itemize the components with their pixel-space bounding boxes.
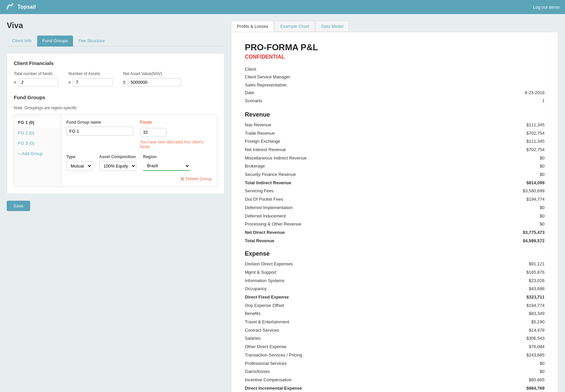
delete-group-button[interactable]: 🗑 Delete Group [66, 176, 212, 181]
report-line: Trade Revenue$702,754 [245, 129, 545, 138]
report-line: Direct Fixed Expense$323,711 [245, 293, 545, 302]
csm-value [518, 73, 545, 81]
save-button[interactable]: Save [7, 201, 30, 211]
report-line: Other Direct Expense$76,084 [245, 343, 545, 351]
date-label: Date: [245, 89, 255, 96]
num-assets-label: Number of Assets [68, 71, 113, 76]
report-line: Security Finance Revenue$0 [245, 171, 545, 179]
report-line: Salaries$306,543 [245, 334, 545, 343]
composition-label: Asset Composition [99, 154, 136, 159]
client-financials-title: Client Financials [14, 60, 217, 66]
report-card: PRO-FORMA P&L CONFIDENTIAL Client: Clien… [231, 32, 558, 392]
client-label: Client: [245, 65, 257, 73]
main-layout: Viva Client Info Fund Groups Fee Structu… [0, 14, 565, 392]
tab-profits-losses[interactable]: Profits & Losses [231, 21, 274, 32]
report-line: Direct Incremental Expense$984,769 [245, 384, 545, 392]
fund-list: FG 1 (0) FG 2 (0) FG 3 (0) + Add Group [14, 115, 61, 187]
page-title: Viva [7, 21, 224, 30]
fund-detail: Fund Group name Funds You have over-allo… [61, 115, 217, 187]
revenue-title: Revenue [245, 111, 545, 118]
composition-field: Asset Composition 100% Equity 100% Fixed… [99, 154, 136, 171]
tab-fund-groups[interactable]: Fund Groups [37, 36, 73, 47]
report-meta: Client: Client Service Manager: Sales Re… [245, 65, 545, 105]
total-funds-input[interactable] [18, 78, 58, 86]
type-field: Type Mutual ETF Other [66, 154, 92, 171]
left-tabs: Client Info Fund Groups Fee Structure [7, 36, 224, 47]
report-line: Processing & Other Revenue$0 [245, 220, 545, 228]
app-logo: Topsail [5, 2, 36, 12]
fund-list-item-1[interactable]: FG 1 (0) [14, 117, 61, 128]
report-line: Travel & Entertainment$5,190 [245, 318, 545, 326]
logo-icon [5, 2, 15, 12]
report-line: Professional Services$0 [245, 360, 545, 368]
nav-input[interactable] [128, 78, 181, 86]
nav-prefix: $ [123, 80, 125, 85]
app-name: Topsail [17, 4, 36, 10]
report-line: Total Revenue$4,589,572 [245, 237, 545, 245]
report-line: Nav Revenue$111,345 [245, 121, 545, 129]
total-funds-label: Total number of funds [14, 71, 58, 76]
scenario-label: Scenario: [245, 97, 263, 105]
report-line: Servicing Fees$3,580,699 [245, 187, 545, 195]
report-line: Contract Services$14,478 [245, 326, 545, 335]
csm-label: Client Service Manager: [245, 73, 291, 81]
report-line: Occupancy$43,688 [245, 285, 545, 293]
report-line: Deferred Implementation$0 [245, 204, 545, 212]
funds-field: Funds You have over-allocated this clien… [140, 120, 212, 149]
report-line: Net Interest Revenue$702,754 [245, 146, 545, 154]
composition-select[interactable]: 100% Equity 100% Fixed Mixed [99, 161, 136, 171]
main-card: Client Financials Total number of funds … [7, 53, 224, 194]
right-tabs: Profits & Losses Example Chart Data Mode… [231, 21, 558, 32]
nav-field: Net Asset Value(NAV) $ [123, 71, 181, 86]
type-label: Type [66, 154, 92, 159]
region-field: Region Brazil US Europe Asia [143, 154, 190, 171]
funds-error: You have over-allocated this client's fu… [140, 140, 212, 149]
tab-example-chart[interactable]: Example Chart [275, 21, 315, 32]
report-line: Out Of Pocket Fees$194,774 [245, 195, 545, 204]
report-line: Total Indirect Revenue$814,099 [245, 179, 545, 187]
fund-list-item-3[interactable]: FG 3 (0) [14, 138, 61, 148]
sr-label: Sales Representative: [245, 81, 287, 89]
report-line: Gains/losses$0 [245, 368, 545, 376]
report-line: Brokerage$0 [245, 162, 545, 171]
date-value: 8-23-2016 [518, 89, 545, 96]
scenario-value: 1 [518, 97, 545, 105]
logout-button[interactable]: Log out demo [533, 5, 560, 10]
report-line: Miscellaneous Indirect Revenue$0 [245, 154, 545, 162]
report-line: Oop Expense Offset$194,774 [245, 302, 545, 310]
total-funds-field: Total number of funds # [14, 71, 58, 86]
sr-value [518, 81, 545, 89]
fund-group-name-label: Fund Group name [66, 120, 133, 125]
report-line: Mgmt & Support$165,876 [245, 268, 545, 277]
revenue-lines: Nav Revenue$111,345Trade Revenue$702,754… [245, 121, 545, 245]
fund-list-item-2[interactable]: FG 2 (0) [14, 128, 61, 138]
report-line: Transaction Services / Pricing$243,685 [245, 351, 545, 360]
num-assets-prefix: # [68, 80, 71, 85]
expense-title: Expense [245, 250, 545, 257]
report-line: Benefits$83,349 [245, 310, 545, 318]
type-select[interactable]: Mutual ETF Other [66, 161, 92, 171]
report-confidential: CONFIDENTIAL [245, 54, 545, 60]
num-assets-field: Number of Assets # [68, 71, 113, 86]
left-panel: Viva Client Info Fund Groups Fee Structu… [7, 21, 224, 392]
app-header: Topsail Log out demo [0, 0, 565, 14]
tab-client-info[interactable]: Client Info [7, 36, 37, 47]
tab-data-model[interactable]: Data Model [315, 21, 349, 32]
fund-group-name-field: Fund Group name [66, 120, 133, 136]
report-line: Incentive Compensation$60,665 [245, 376, 545, 384]
financials-row: Total number of funds # Number of Assets… [14, 71, 217, 86]
fund-group-name-input[interactable] [66, 127, 133, 136]
region-select[interactable]: Brazil US Europe Asia [143, 161, 190, 171]
client-value [518, 65, 545, 73]
tab-fee-structure[interactable]: Fee Structure [73, 36, 110, 47]
report-line: Foreign Exchange$111,345 [245, 137, 545, 146]
num-assets-input[interactable] [73, 78, 113, 86]
report-line: Division Direct Expenses$91,121 [245, 260, 545, 268]
report-line: Information Systems$23,026 [245, 277, 545, 285]
funds-input[interactable] [140, 128, 167, 136]
funds-label: Funds [140, 120, 212, 125]
add-group-button[interactable]: + Add Group [14, 148, 61, 159]
region-label: Region [143, 154, 190, 159]
expense-lines: Division Direct Expenses$91,121Mgmt & Su… [245, 260, 545, 392]
fund-groups-title: Fund Groups [14, 94, 217, 100]
